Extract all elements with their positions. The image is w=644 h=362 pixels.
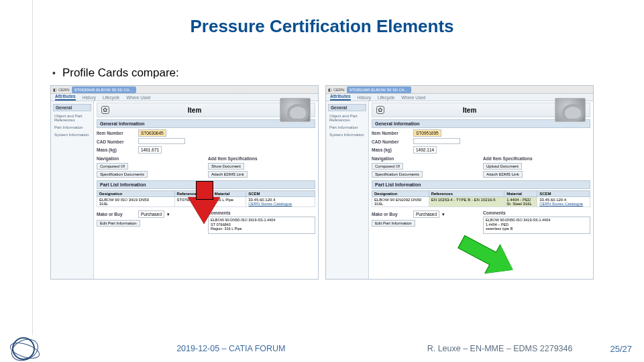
edit-part-button[interactable]: Edit Part Information: [372, 220, 415, 227]
footer-center: 2019-12-05 – CATIA FORUM: [47, 344, 415, 353]
label-item-number: Item Number: [372, 131, 411, 135]
main-panel: ✿ Item General Information Item NumberST…: [369, 101, 593, 279]
app-chip: ◧ CERN: [53, 87, 70, 92]
label-item-number: Item Number: [97, 131, 136, 135]
attach-edms-button[interactable]: Attach EDMS Link: [483, 171, 523, 178]
value-item-number: ST0951695: [413, 129, 441, 137]
tab-lifecycle[interactable]: Lifecycle: [103, 95, 119, 100]
col-material: Material: [212, 191, 246, 197]
label-navigation: Navigation: [372, 156, 411, 161]
sidebar-item[interactable]: Part Information: [328, 125, 366, 130]
composed-of-button[interactable]: Composed Of: [97, 163, 128, 170]
screenshot-left: ◧ CERN ST0630645 ELBOW 50 3D.CA… Attribu…: [50, 85, 319, 280]
cell-ref: EN 10253-4 - TYPE B - EN 10216-5: [429, 197, 504, 207]
value-cad-number: [413, 138, 460, 144]
spec-docs-button[interactable]: Specification Documents: [372, 171, 423, 178]
red-arrow-down-icon: [188, 197, 220, 224]
tab-attributes[interactable]: Attributes: [330, 94, 351, 101]
value-makeorbuy: Purchased: [138, 210, 164, 218]
label-makeorbuy: Make or Buy: [372, 212, 411, 217]
sidebar-item[interactable]: Object and Part References: [328, 113, 366, 123]
item-header: ✿ Item: [372, 103, 590, 117]
item-header: ✿ Item: [97, 103, 315, 117]
value-mass: 1461.671: [138, 146, 162, 154]
tab-history[interactable]: History: [358, 95, 371, 100]
scem-link[interactable]: CERN Stores Catalogue: [248, 202, 292, 206]
spec-docs-button[interactable]: Specification Documents: [97, 171, 148, 178]
sidebar: General Object and Part References Part …: [326, 101, 369, 279]
section-partlist: Part List Information: [372, 180, 590, 189]
label-mass: Mass (kg): [97, 147, 136, 152]
footer-right: R. Leuxe – EN-MME – EDMS 2279346: [427, 344, 573, 353]
sidebar-item[interactable]: Object and Part References: [53, 113, 91, 123]
label-additem: Add Item Specifications: [208, 156, 258, 161]
document-tab: ST0951695 ELBOW 50 3D.CA…: [347, 86, 411, 93]
label-makeorbuy: Make or Buy: [97, 212, 136, 217]
label-mass: Mass (kg): [372, 147, 411, 152]
label-comments: Comments: [483, 210, 506, 215]
slide-footer: 2019-12-05 – CATIA FORUM R. Leuxe – EN-M…: [0, 335, 644, 362]
dropdown-icon[interactable]: ▾: [167, 212, 170, 217]
composed-of-button[interactable]: Composed Of: [372, 163, 403, 170]
tab-history[interactable]: History: [83, 95, 96, 100]
show-document-button[interactable]: Show Document: [208, 163, 244, 170]
main-panel: ✿ Item General Information Item NumberST…: [94, 101, 318, 279]
value-cad-number: [138, 138, 185, 144]
app-chip: ◧ CERN: [328, 87, 345, 92]
bullet-text: Profile Cards compare:: [62, 66, 179, 80]
item-label: Item: [388, 107, 551, 114]
scem-link[interactable]: CERN Stores Catalogue: [539, 202, 583, 206]
col-scem: SCEM: [537, 191, 590, 197]
tab-lifecycle[interactable]: Lifecycle: [378, 95, 394, 100]
tab-whereused[interactable]: Where Used: [126, 95, 150, 100]
tab-strip: Attributes History Lifecycle Where Used: [51, 94, 318, 101]
dropdown-icon[interactable]: ▾: [442, 212, 445, 217]
footer-page-number: 25/27: [610, 344, 632, 354]
sidebar-item[interactable]: System Information: [53, 132, 91, 137]
cern-logo-icon: [12, 337, 35, 360]
sidebar-group: General: [328, 104, 366, 111]
col-designation: Designation: [372, 191, 429, 197]
screenshot-right: ◧ CERN ST0951695 ELBOW 50 3D.CA… Attribu…: [325, 85, 594, 280]
value-mass: 1492.114: [413, 146, 437, 154]
screenshot-pair: ◧ CERN ST0630645 ELBOW 50 3D.CA… Attribu…: [0, 85, 644, 280]
col-designation: Designation: [97, 191, 175, 197]
tab-whereused[interactable]: Where Used: [401, 95, 425, 100]
item-label: Item: [113, 107, 276, 114]
part-thumbnail: [555, 98, 586, 122]
tab-attributes[interactable]: Attributes: [55, 94, 76, 101]
sidebar-group: General: [53, 104, 91, 111]
window-bar: ◧ CERN ST0630645 ELBOW 50 3D.CA…: [51, 86, 318, 94]
sidebar-item[interactable]: Part Information: [53, 125, 91, 130]
decorative-divider: [32, 0, 33, 335]
bullet-dot: •: [52, 68, 56, 78]
label-cad-number: CAD Number: [97, 139, 136, 144]
col-scem: SCEM: [246, 191, 315, 197]
gear-icon[interactable]: ✿: [376, 106, 384, 114]
slide-title: Pressure Certification Elements: [0, 16, 644, 37]
value-makeorbuy: Purchased: [413, 210, 439, 218]
gear-icon[interactable]: ✿: [101, 106, 109, 114]
label-additem: Add Item Specifications: [483, 156, 533, 161]
document-tab: ST0630645 ELBOW 50 3D.CA…: [72, 86, 136, 93]
attach-edms-button[interactable]: Attach EDMS Link: [208, 171, 248, 178]
part-thumbnail: [280, 98, 311, 122]
edit-part-button[interactable]: Edit Part Information: [97, 220, 140, 227]
sidebar: General Object and Part References Part …: [51, 101, 94, 279]
label-cad-number: CAD Number: [372, 139, 411, 144]
upload-document-button[interactable]: Upload Document: [483, 163, 522, 170]
value-item-number: ST0630645: [138, 129, 166, 137]
col-material: Material: [504, 191, 537, 197]
window-bar: ◧ CERN ST0951695 ELBOW 50 3D.CA…: [326, 86, 593, 94]
comments-box: ELBOW 90-DN50-ISO 3419-SS-1.4404 1.4404 …: [483, 217, 590, 234]
col-references: References: [429, 191, 504, 197]
bullet-item: • Profile Cards compare:: [52, 66, 644, 80]
label-navigation: Navigation: [97, 156, 136, 161]
tab-strip: Attributes History Lifecycle Where Used: [326, 94, 593, 101]
comments-box: ELBOW 90-DN50-ISO 3419-SS-1.4404 ST 0766…: [208, 217, 315, 234]
partlist-table: Designation References Material SCEM ELB…: [372, 190, 590, 207]
green-arrow-up-icon: [458, 235, 499, 267]
table-row: ELBOW 90 EN1092 DN50316L EN 10253-4 - TY…: [372, 197, 590, 207]
sidebar-item[interactable]: System Information: [328, 132, 366, 137]
